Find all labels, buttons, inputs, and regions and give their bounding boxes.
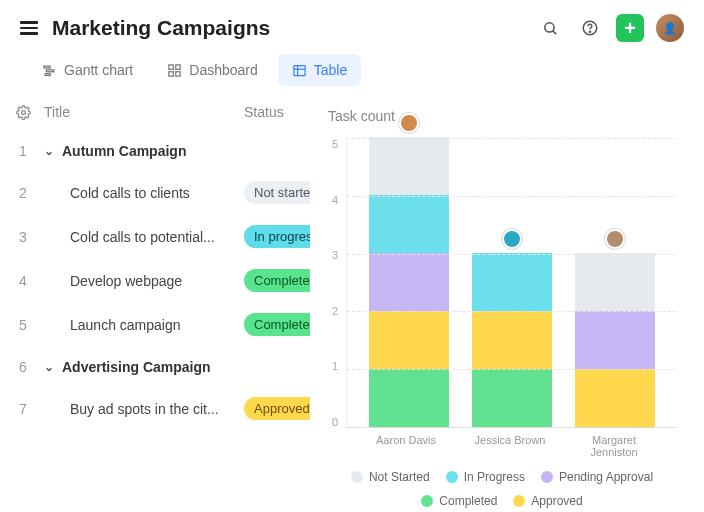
legend-swatch <box>446 471 458 483</box>
gantt-icon <box>42 63 57 78</box>
row-number: 5 <box>12 317 34 333</box>
status-cell[interactable]: Completed <box>244 313 310 336</box>
status-cell[interactable]: Completed <box>244 269 310 292</box>
bar-segment-in-progress <box>369 195 449 253</box>
legend-label: Completed <box>439 494 497 508</box>
svg-rect-6 <box>45 73 50 75</box>
table-row[interactable]: 4Develop webpageCompleted <box>0 258 310 302</box>
tab-table[interactable]: Table <box>278 54 361 86</box>
table-row[interactable]: 3Cold calls to potential...In progress <box>0 214 310 258</box>
x-label: Margaret Jenniston <box>574 434 654 458</box>
svg-line-1 <box>552 30 555 33</box>
row-number: 3 <box>12 229 34 245</box>
bar-avatar <box>605 229 625 249</box>
row-title: ⌄Advertising Campaign <box>34 359 244 375</box>
header-actions: + 👤 <box>536 14 684 42</box>
help-icon[interactable] <box>576 14 604 42</box>
table-header: Title Status <box>0 94 310 130</box>
column-title-header[interactable]: Title <box>34 104 244 120</box>
bar-segment-in-progress <box>472 253 552 311</box>
row-number: 6 <box>12 359 34 375</box>
bar-segment-not-started <box>575 253 655 311</box>
svg-point-3 <box>589 31 590 32</box>
task-table: Title Status 1⌄Autumn Campaign2Cold call… <box>0 90 310 430</box>
legend-label: Not Started <box>369 470 430 484</box>
svg-rect-11 <box>294 65 305 75</box>
tab-label: Gantt chart <box>64 62 133 78</box>
chart-bar[interactable] <box>575 253 655 427</box>
tab-dashboard[interactable]: Dashboard <box>153 54 272 86</box>
row-title: Buy ad spots in the cit... <box>34 401 244 417</box>
status-cell[interactable]: Approved <box>244 397 310 420</box>
legend-swatch <box>351 471 363 483</box>
bar-segment-not-started <box>369 137 449 195</box>
chevron-down-icon[interactable]: ⌄ <box>44 144 54 158</box>
table-row[interactable]: 1⌄Autumn Campaign <box>0 130 310 170</box>
bar-avatar <box>502 229 522 249</box>
svg-rect-5 <box>46 69 54 71</box>
legend-label: Approved <box>531 494 582 508</box>
chart-x-labels: Aaron DavisJessica BrownMargaret Jennist… <box>328 428 676 458</box>
row-number: 7 <box>12 401 34 417</box>
bar-segment-completed <box>472 369 552 427</box>
chevron-down-icon[interactable]: ⌄ <box>44 360 54 374</box>
chart-plot <box>346 138 676 428</box>
legend-swatch <box>421 495 433 507</box>
row-title: Launch campaign <box>34 317 244 333</box>
table-row[interactable]: 5Launch campaignCompleted <box>0 302 310 346</box>
svg-point-0 <box>544 22 553 31</box>
legend-swatch <box>541 471 553 483</box>
row-title: Cold calls to potential... <box>34 229 244 245</box>
bar-segment-approved <box>575 369 655 427</box>
legend-label: In Progress <box>464 470 525 484</box>
chart-title: Task count <box>328 108 676 124</box>
legend-swatch <box>513 495 525 507</box>
bar-segment-completed <box>369 369 449 427</box>
tab-gantt[interactable]: Gantt chart <box>28 54 147 86</box>
search-icon[interactable] <box>536 14 564 42</box>
row-title: ⌄Autumn Campaign <box>34 143 244 159</box>
svg-point-14 <box>21 110 25 114</box>
x-label: Jessica Brown <box>470 434 550 458</box>
add-button[interactable]: + <box>616 14 644 42</box>
legend-item[interactable]: Approved <box>513 494 582 508</box>
row-title: Cold calls to clients <box>34 185 244 201</box>
page-title: Marketing Campaigns <box>52 16 536 40</box>
column-status-header[interactable]: Status <box>244 104 310 120</box>
svg-rect-8 <box>176 64 180 68</box>
bar-segment-pending <box>575 311 655 369</box>
tab-label: Dashboard <box>189 62 258 78</box>
chart-bar[interactable] <box>472 253 552 427</box>
gear-icon[interactable] <box>12 105 34 120</box>
legend-item[interactable]: In Progress <box>446 470 525 484</box>
table-row[interactable]: 7Buy ad spots in the cit...Approved <box>0 386 310 430</box>
table-row[interactable]: 2Cold calls to clientsNot started <box>0 170 310 214</box>
tab-label: Table <box>314 62 347 78</box>
row-number: 2 <box>12 185 34 201</box>
view-tabs: Gantt chartDashboardTable <box>0 48 704 90</box>
row-number: 4 <box>12 273 34 289</box>
user-avatar[interactable]: 👤 <box>656 14 684 42</box>
svg-rect-7 <box>169 64 173 68</box>
dashboard-icon <box>167 63 182 78</box>
status-cell[interactable]: In progress <box>244 225 310 248</box>
chart-y-axis: 543210 <box>328 138 346 428</box>
svg-rect-10 <box>176 71 180 75</box>
bar-segment-pending <box>369 253 449 311</box>
status-cell[interactable]: Not started <box>244 181 310 204</box>
legend-item[interactable]: Pending Approval <box>541 470 653 484</box>
menu-icon[interactable] <box>20 18 38 38</box>
svg-rect-9 <box>169 71 173 75</box>
legend-label: Pending Approval <box>559 470 653 484</box>
status-badge: Approved <box>244 397 320 420</box>
legend-item[interactable]: Completed <box>421 494 497 508</box>
table-row[interactable]: 6⌄Advertising Campaign <box>0 346 310 386</box>
table-icon <box>292 63 307 78</box>
chart-bar[interactable] <box>369 137 449 427</box>
chart-legend: Not StartedIn ProgressPending ApprovalCo… <box>328 458 676 508</box>
legend-item[interactable]: Not Started <box>351 470 430 484</box>
bar-segment-approved <box>369 311 449 369</box>
chart-panel: Task count 543210 Aaron DavisJessica Bro… <box>310 96 694 430</box>
app-header: Marketing Campaigns + 👤 <box>0 0 704 48</box>
row-title: Develop webpage <box>34 273 244 289</box>
